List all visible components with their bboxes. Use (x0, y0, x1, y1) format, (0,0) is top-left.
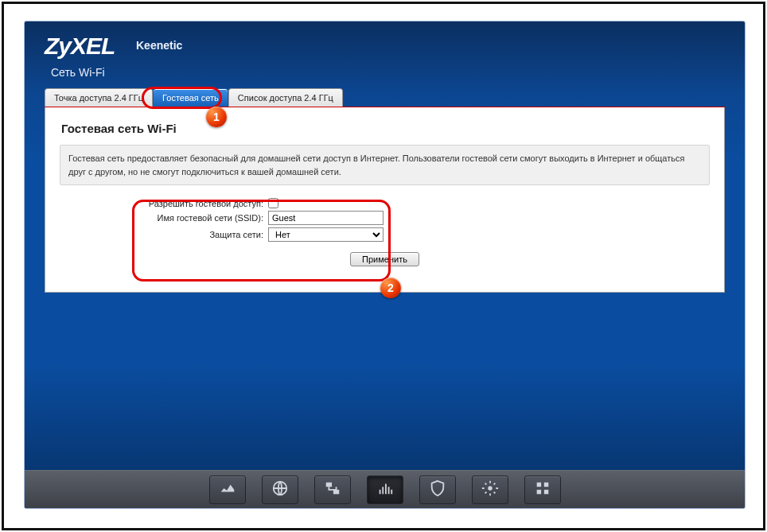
screenshot-frame: ZyXEL Keenetic Сеть Wi-Fi Точка доступа … (2, 2, 765, 530)
dock-monitor[interactable] (209, 476, 246, 504)
tab-access-point[interactable]: Точка доступа 2.4 ГГц (45, 88, 153, 107)
model-name: Keenetic (136, 39, 182, 52)
svg-rect-4 (536, 482, 541, 487)
brand-logo: ZyXEL (45, 33, 115, 60)
apps-icon (534, 480, 551, 500)
row-security: Защита сети: Нет (45, 227, 724, 242)
chart-icon (219, 480, 236, 500)
panel-description: Гостевая сеть предоставляет безопасный д… (60, 145, 710, 185)
dock-wifi[interactable] (367, 476, 403, 504)
tab-access-list[interactable]: Список доступа 2.4 ГГц (228, 88, 343, 107)
row-submit: Применить (45, 244, 724, 278)
wifi-icon (376, 480, 394, 500)
content-panel: Гостевая сеть Wi-Fi Гостевая сеть предос… (45, 107, 725, 293)
checkbox-allow-guest[interactable] (268, 198, 278, 208)
dock-security[interactable] (419, 476, 456, 504)
globe-icon (271, 480, 289, 500)
dock-internet[interactable] (262, 476, 298, 504)
dock-apps[interactable] (524, 476, 561, 504)
button-apply[interactable]: Применить (350, 252, 419, 266)
svg-rect-6 (536, 489, 541, 494)
input-ssid[interactable] (268, 211, 384, 225)
svg-point-3 (488, 486, 493, 491)
svg-rect-7 (543, 489, 548, 494)
svg-rect-1 (325, 482, 331, 487)
guest-form: Разрешить гостевой доступ: Имя гостевой … (45, 198, 724, 278)
dock-settings[interactable] (472, 476, 508, 504)
label-allow: Разрешить гостевой доступ: (45, 199, 268, 208)
label-security: Защита сети: (45, 230, 268, 239)
router-admin-viewport: ZyXEL Keenetic Сеть Wi-Fi Точка доступа … (24, 21, 746, 509)
label-ssid: Имя гостевой сети (SSID): (45, 213, 268, 223)
gear-icon (481, 480, 499, 500)
tab-guest-network[interactable]: Гостевая сеть (153, 88, 228, 107)
tab-bar: Точка доступа 2.4 ГГц Гостевая сеть Спис… (45, 88, 725, 108)
select-security[interactable]: Нет (268, 227, 384, 242)
svg-rect-5 (543, 482, 548, 487)
section-title: Сеть Wi-Fi (51, 66, 105, 79)
panel-title: Гостевая сеть Wi-Fi (45, 107, 724, 145)
network-icon (324, 480, 341, 500)
dock-bar (25, 470, 745, 508)
row-ssid: Имя гостевой сети (SSID): (45, 211, 724, 225)
row-allow: Разрешить гостевой доступ: (45, 198, 724, 208)
shield-icon (429, 480, 446, 500)
dock-lan[interactable] (314, 476, 351, 504)
